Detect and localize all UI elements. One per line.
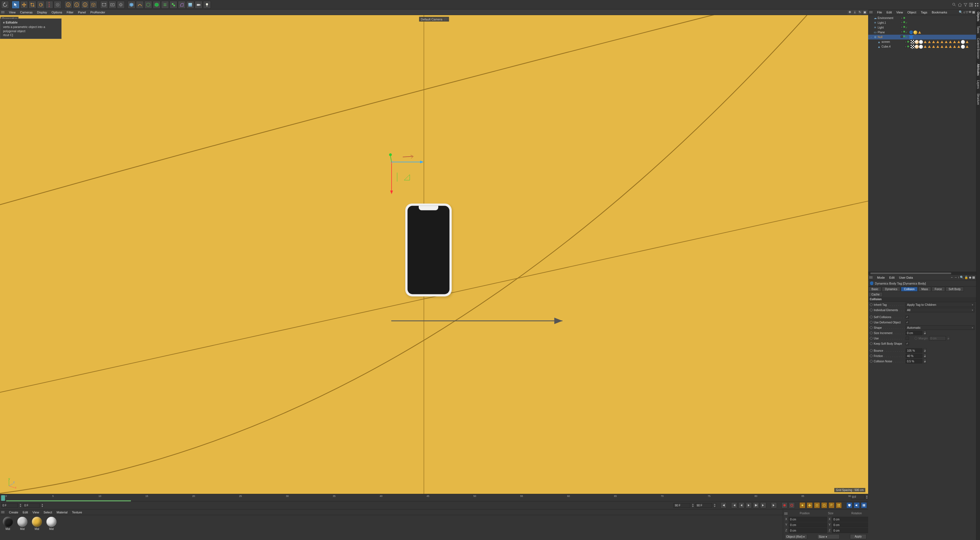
key-pla-button[interactable] — [836, 502, 842, 508]
goto-end-button[interactable] — [771, 502, 777, 508]
timeline-right-field[interactable] — [851, 495, 865, 499]
rotate-tool[interactable] — [37, 1, 45, 9]
menu-view[interactable]: View — [894, 10, 905, 14]
tag-icon[interactable] — [961, 40, 965, 44]
tag-icon[interactable] — [948, 40, 952, 44]
tab-dynamics[interactable]: Dynamics — [882, 287, 900, 292]
add-generator[interactable] — [144, 1, 152, 9]
search-icon[interactable]: 🔍 — [960, 276, 964, 279]
tag-dynamics-selected[interactable]: 🌀 — [909, 35, 913, 39]
frame-end-field-left[interactable] — [673, 503, 690, 508]
goto-start-button[interactable] — [721, 502, 727, 508]
playhead[interactable] — [1, 495, 5, 501]
spinner[interactable]: ▴▾ — [19, 503, 22, 508]
add-array[interactable] — [161, 1, 169, 9]
undo-button[interactable] — [1, 1, 9, 9]
individual-elements-dropdown[interactable]: All — [905, 308, 974, 312]
menu-filter[interactable]: Filter — [64, 10, 75, 14]
render-picture-viewer[interactable] — [108, 1, 116, 9]
add-light[interactable] — [203, 1, 211, 9]
menu-tags[interactable]: Tags — [918, 10, 929, 14]
radio[interactable] — [870, 309, 873, 311]
add-spline[interactable] — [136, 1, 144, 9]
self-collisions-checkbox[interactable]: ✓ — [905, 315, 909, 319]
tag-icon[interactable] — [932, 45, 935, 49]
menu-display[interactable]: Display — [35, 10, 49, 14]
tab-collision[interactable]: Collision — [901, 287, 918, 292]
render-view[interactable] — [100, 1, 108, 9]
tag-icon[interactable] — [944, 40, 948, 44]
tag-icon[interactable] — [944, 45, 948, 49]
side-tab-attributes[interactable]: Attributes — [976, 62, 980, 78]
tag-icon[interactable] — [911, 40, 915, 44]
filter-icon[interactable] — [963, 3, 968, 7]
radio[interactable] — [870, 337, 873, 340]
tree-row-environment[interactable]: ☁Environment — [868, 16, 976, 21]
next-frame-button[interactable] — [753, 502, 759, 508]
tag-icon[interactable] — [932, 40, 935, 44]
tab-basic[interactable]: Basic — [869, 287, 881, 292]
coord-input-size[interactable] — [832, 528, 870, 533]
menu-edit[interactable]: Edit — [21, 510, 30, 515]
keep-soft-body-checkbox[interactable]: ✓ — [905, 342, 909, 345]
menu-view[interactable]: View — [7, 10, 18, 14]
viewport-toggle-icon[interactable]: ▣ — [862, 10, 867, 14]
back-icon[interactable]: ← — [951, 276, 954, 279]
spinner[interactable]: ▴▾ — [923, 359, 926, 363]
timeline-marker-button[interactable] — [846, 502, 853, 508]
material-item[interactable]: Mat — [2, 517, 14, 530]
viewport-zoom-icon[interactable]: ⤓ — [853, 10, 857, 14]
material-item[interactable]: Mat — [16, 517, 29, 530]
x-axis-lock[interactable]: X — [64, 1, 72, 9]
use-deformed-checkbox[interactable]: ✓ — [905, 321, 909, 324]
live-select-tool[interactable] — [12, 1, 19, 9]
menu-panel[interactable]: Panel — [76, 10, 88, 14]
spinner[interactable]: ▴▾ — [865, 495, 868, 499]
tag-icon[interactable] — [911, 45, 915, 49]
friction-input[interactable] — [905, 354, 923, 358]
menu-select[interactable]: Select — [41, 510, 54, 515]
menu-options[interactable]: Options — [49, 10, 64, 14]
psr-tool[interactable]: PSR — [45, 1, 53, 9]
menu-view[interactable]: View — [30, 510, 41, 515]
tag-icon[interactable] — [936, 45, 940, 49]
side-tab-objects[interactable]: Objects — [976, 10, 980, 24]
bounce-input[interactable] — [905, 348, 923, 353]
tag-icon[interactable] — [957, 45, 961, 49]
tag-dynamics[interactable]: 🌀 — [909, 30, 913, 34]
size-increment-input[interactable] — [905, 331, 923, 335]
menu-edit[interactable]: Edit — [887, 275, 897, 280]
timeline-sound-button[interactable] — [854, 502, 860, 508]
tag-icon[interactable] — [953, 45, 956, 49]
frame-end-field-right[interactable] — [695, 503, 712, 508]
new-icon[interactable]: ◉ — [969, 276, 972, 279]
tag-phong[interactable] — [918, 30, 921, 34]
frame-current-field[interactable] — [1, 503, 18, 508]
tag-icon[interactable] — [919, 40, 923, 44]
filter-icon[interactable]: ▽ — [966, 10, 968, 14]
side-tab-takes[interactable]: Takes — [976, 24, 980, 36]
move-tool[interactable] — [20, 1, 28, 9]
coord-input-pos[interactable] — [789, 517, 827, 522]
menu-edit[interactable]: Edit — [885, 10, 894, 14]
menu-file[interactable]: File — [875, 10, 885, 14]
key-selection-button[interactable] — [799, 502, 805, 508]
timeline-dopesheet-button[interactable] — [861, 502, 867, 508]
tab-force[interactable]: Force — [932, 287, 945, 292]
hamburger-icon[interactable] — [869, 276, 873, 279]
frame-start-field[interactable] — [23, 503, 40, 508]
radio[interactable] — [870, 331, 873, 335]
hamburger-icon[interactable] — [1, 10, 5, 14]
tag-icon[interactable] — [936, 40, 940, 44]
add-deformer[interactable] — [178, 1, 186, 9]
key-position-button[interactable] — [807, 502, 813, 508]
material-item[interactable]: Mat — [45, 517, 57, 530]
tab-cache[interactable]: Cache — [869, 292, 883, 297]
forward-icon[interactable]: → — [954, 276, 957, 279]
key-param-button[interactable]: P — [829, 502, 835, 508]
collision-noise-input[interactable] — [905, 359, 923, 363]
tag-icon[interactable] — [923, 45, 927, 49]
radio[interactable] — [870, 315, 873, 319]
hamburger-icon[interactable] — [869, 10, 873, 14]
add-subdivision[interactable] — [153, 1, 161, 9]
